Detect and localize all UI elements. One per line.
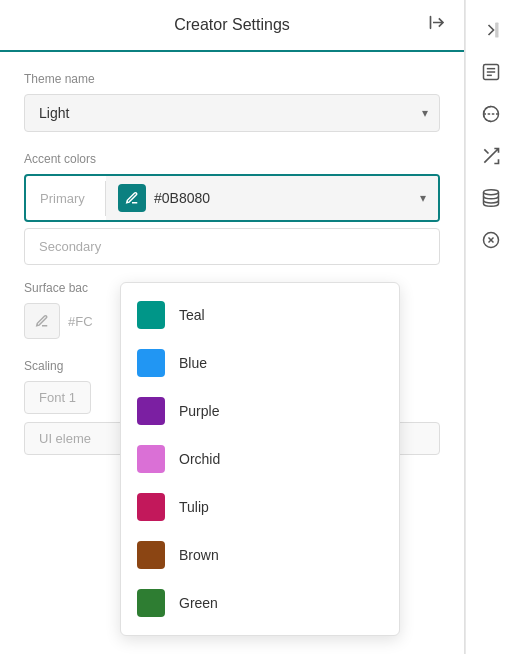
color-option-label: Purple	[179, 403, 219, 419]
sidebar-collapse-button[interactable]	[473, 12, 509, 48]
color-option-label: Tulip	[179, 499, 209, 515]
font-label: Font	[39, 390, 65, 405]
color-option-brown[interactable]: Brown	[121, 531, 399, 579]
right-sidebar	[465, 0, 515, 654]
primary-color-value: #0B8080	[154, 190, 210, 206]
svg-point-10	[483, 190, 498, 195]
color-swatch-orchid	[137, 445, 165, 473]
svg-rect-3	[495, 23, 498, 38]
primary-label: Primary	[26, 181, 106, 216]
primary-color-icon	[118, 184, 146, 212]
paint-icon-btn[interactable]	[473, 96, 509, 132]
font-value: 1	[69, 390, 76, 405]
color-swatch-teal	[137, 301, 165, 329]
color-option-label: Green	[179, 595, 218, 611]
accent-colors-label: Accent colors	[24, 152, 440, 166]
list-icon-btn[interactable]	[473, 54, 509, 90]
primary-color-picker[interactable]: #0B8080 ▾	[106, 176, 438, 220]
color-option-green[interactable]: Green	[121, 579, 399, 627]
shuffle-icon-btn[interactable]	[473, 138, 509, 174]
close-circle-icon-btn[interactable]	[473, 222, 509, 258]
color-option-teal[interactable]: Teal	[121, 291, 399, 339]
color-swatch-blue	[137, 349, 165, 377]
primary-color-row: Primary #0B8080 ▾	[24, 174, 440, 222]
color-option-label: Orchid	[179, 451, 220, 467]
svg-rect-1	[430, 16, 432, 29]
theme-select[interactable]: Light Dark Custom	[24, 94, 440, 132]
surface-value: #FC	[68, 314, 93, 329]
color-option-tulip[interactable]: Tulip	[121, 483, 399, 531]
color-option-purple[interactable]: Purple	[121, 387, 399, 435]
page-title: Creator Settings	[174, 16, 290, 34]
database-icon-btn[interactable]	[473, 180, 509, 216]
accent-colors-section: Accent colors Primary #0B8080 ▾ Secondar…	[24, 152, 440, 265]
exit-button[interactable]	[428, 13, 448, 38]
color-swatch-brown	[137, 541, 165, 569]
header: Creator Settings	[0, 0, 464, 52]
theme-name-group: Theme name Light Dark Custom ▾	[24, 72, 440, 132]
color-swatch-tulip	[137, 493, 165, 521]
color-option-blue[interactable]: Blue	[121, 339, 399, 387]
color-option-orchid[interactable]: Orchid	[121, 435, 399, 483]
secondary-label: Secondary	[25, 229, 115, 264]
color-option-label: Teal	[179, 307, 205, 323]
surface-color-swatch[interactable]	[24, 303, 60, 339]
color-option-label: Brown	[179, 547, 219, 563]
main-content: Creator Settings Theme name Light Dark C…	[0, 0, 465, 654]
secondary-color-row: Secondary	[24, 228, 440, 265]
color-swatch-purple	[137, 397, 165, 425]
color-swatch-green	[137, 589, 165, 617]
theme-name-label: Theme name	[24, 72, 440, 86]
font-scaling-box[interactable]: Font 1	[24, 381, 91, 414]
color-dropdown: TealBluePurpleOrchidTulipBrownGreen	[120, 282, 400, 636]
theme-select-wrapper: Light Dark Custom ▾	[24, 94, 440, 132]
primary-dropdown-arrow: ▾	[420, 191, 426, 205]
color-option-label: Blue	[179, 355, 207, 371]
ui-elements-label: UI eleme	[39, 431, 91, 446]
content-area: Theme name Light Dark Custom ▾ Accent co…	[0, 52, 464, 654]
